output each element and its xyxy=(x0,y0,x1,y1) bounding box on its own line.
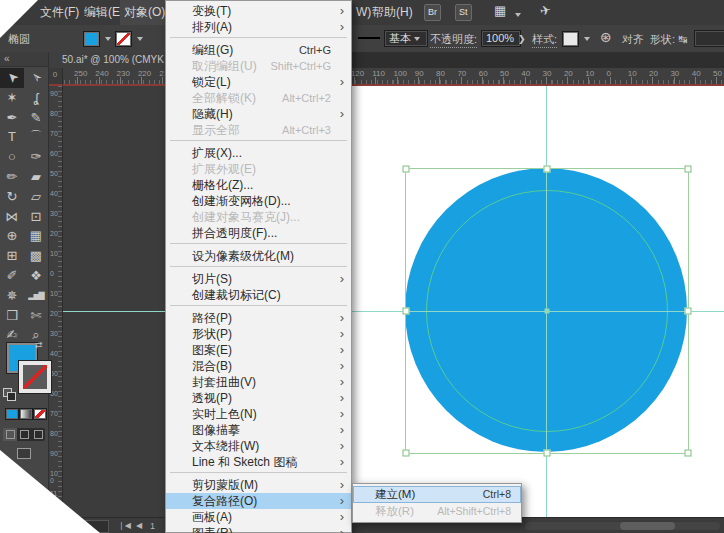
selection-bounding-box[interactable] xyxy=(405,168,689,454)
gradient-tool[interactable]: ▩ xyxy=(24,246,48,266)
style-swatch[interactable] xyxy=(562,31,579,47)
opacity-label[interactable]: 不透明度: xyxy=(430,31,477,48)
selection-center-point[interactable] xyxy=(545,309,550,314)
handle-bottom-middle[interactable] xyxy=(544,450,551,457)
none-mode-button[interactable] xyxy=(33,408,47,420)
ellipse-tool[interactable]: ○ xyxy=(0,147,24,167)
draw-normal-button[interactable] xyxy=(3,428,17,441)
menu-item[interactable]: 拼合透明度(F)... xyxy=(166,225,351,241)
shape-builder-tool[interactable]: ⊕ xyxy=(0,226,24,246)
magic-wand-tool[interactable]: ✶ xyxy=(0,88,24,108)
menu-item[interactable]: 路径(P)› xyxy=(166,310,351,326)
menu-object[interactable]: 对象(O) xyxy=(120,0,169,25)
draw-behind-button[interactable] xyxy=(17,428,31,441)
ruler-origin[interactable]: 0 xyxy=(48,68,63,86)
workspace-switcher-icon[interactable]: ▦ xyxy=(494,3,506,18)
handle-middle-left[interactable] xyxy=(403,308,410,315)
slice-tool[interactable]: ✄ xyxy=(24,306,48,326)
shape-mode-icon[interactable]: ↹ xyxy=(678,31,687,47)
shape-input[interactable] xyxy=(694,30,724,47)
style-label[interactable]: 样式: xyxy=(532,31,557,48)
stroke-color-swatch[interactable] xyxy=(115,31,132,47)
brush-definition-dropdown[interactable]: 基本 xyxy=(384,30,428,47)
direct-selection-tool[interactable]: ➢ xyxy=(24,68,48,88)
fill-caret-icon[interactable] xyxy=(105,37,111,41)
rotate-tool[interactable]: ↻ xyxy=(0,187,24,207)
scale-tool[interactable]: ▱ xyxy=(24,187,48,207)
menu-item[interactable]: 设为像素级优化(M) xyxy=(166,248,351,264)
stock-button[interactable]: St xyxy=(455,4,472,21)
ruler-horizontal[interactable]: 2502402302202102001901801701601501401301… xyxy=(48,68,724,86)
menu-item[interactable]: Line 和 Sketch 图稿› xyxy=(166,454,351,470)
menu-item[interactable]: 锁定(L)› xyxy=(166,74,351,90)
menu-item[interactable]: 编组(G)Ctrl+G xyxy=(166,42,351,58)
opacity-value-field[interactable]: 100% xyxy=(481,30,521,47)
menu-item[interactable]: 文本绕排(W)› xyxy=(166,438,351,454)
curvature-tool[interactable]: ✎ xyxy=(24,108,48,128)
prev-artboard-icon[interactable]: ◀ xyxy=(136,520,142,532)
recolor-artwork-icon[interactable]: ⊛ xyxy=(600,29,612,45)
menu-item[interactable]: 实时上色(N)› xyxy=(166,406,351,422)
symbol-sprayer-tool[interactable]: ✵ xyxy=(0,286,24,306)
workspace-caret-icon[interactable] xyxy=(515,13,521,17)
horizontal-scrollbar[interactable] xyxy=(525,522,720,530)
stroke-caret-icon[interactable] xyxy=(137,37,143,41)
blend-tool[interactable]: ❖ xyxy=(24,266,48,286)
menu-item[interactable]: 封套扭曲(V)› xyxy=(166,374,351,390)
menu-item[interactable]: 图案(E)› xyxy=(166,342,351,358)
handle-top-middle[interactable] xyxy=(544,166,551,173)
default-fill-stroke-icon[interactable] xyxy=(3,388,12,397)
width-tool[interactable]: ⋈ xyxy=(0,207,24,227)
swap-fill-stroke-icon[interactable]: ⇄ xyxy=(35,340,43,350)
menu-item[interactable]: 混合(B)› xyxy=(166,358,351,374)
menu-item[interactable]: 创建渐变网格(D)... xyxy=(166,193,351,209)
menu-item[interactable]: 剪切蒙版(M)› xyxy=(166,477,351,493)
stroke-swatch[interactable] xyxy=(19,361,51,393)
menu-item[interactable]: 创建裁切标记(C) xyxy=(166,287,351,303)
bridge-button[interactable]: Br xyxy=(424,4,441,21)
menu-item[interactable]: 排列(A)› xyxy=(166,19,351,35)
style-caret-icon[interactable] xyxy=(584,37,590,41)
artboard-tool[interactable]: ❒ xyxy=(0,306,24,326)
perspective-grid-tool[interactable]: ▦ xyxy=(24,226,48,246)
fill-color-swatch[interactable] xyxy=(83,31,100,47)
stroke-profile-preview[interactable] xyxy=(358,31,380,45)
pencil-tool[interactable]: ✏ xyxy=(0,167,24,187)
handle-top-left[interactable] xyxy=(403,166,410,173)
menu-item[interactable]: 栅格化(Z)... xyxy=(166,177,351,193)
menu-item[interactable]: 图像描摹› xyxy=(166,422,351,438)
submenu-item[interactable]: 建立(M)Ctrl+8 xyxy=(353,486,521,503)
handle-top-right[interactable] xyxy=(685,166,692,173)
handle-middle-right[interactable] xyxy=(685,308,692,315)
handle-bottom-left[interactable] xyxy=(403,450,410,457)
menu-help[interactable]: 帮助(H) xyxy=(368,0,417,25)
scrollbar-thumb[interactable] xyxy=(620,522,675,530)
gradient-mode-button[interactable] xyxy=(19,408,33,420)
align-button[interactable]: 对齐 xyxy=(622,31,644,47)
graph-tool[interactable]: ▂▅▇ xyxy=(24,286,48,306)
selection-tool[interactable]: ➤ xyxy=(0,68,24,88)
handle-bottom-right[interactable] xyxy=(685,450,692,457)
menu-file[interactable]: 文件(F) xyxy=(36,0,83,25)
menu-item[interactable]: 扩展(X)... xyxy=(166,145,351,161)
eraser-tool[interactable]: ▰ xyxy=(24,167,48,187)
color-mode-button[interactable] xyxy=(5,408,19,420)
document-tab[interactable]: 50.ai* @ 100% (CMYK xyxy=(48,52,179,68)
menu-item[interactable]: 画板(A)› xyxy=(166,509,351,525)
collapse-panel-icon[interactable]: « xyxy=(4,53,10,64)
rocket-icon[interactable]: ✈ xyxy=(539,2,553,19)
menu-item[interactable]: 图表(R)› xyxy=(166,525,351,533)
eyedropper-tool[interactable]: ✐ xyxy=(0,266,24,286)
menu-item[interactable]: 隐藏(H)› xyxy=(166,106,351,122)
lasso-tool[interactable]: ʆ xyxy=(24,88,48,108)
first-artboard-icon[interactable]: ❘◀ xyxy=(118,520,131,532)
type-tool[interactable]: T xyxy=(0,127,24,147)
canvas-pasteboard[interactable] xyxy=(62,86,724,517)
menu-item[interactable]: 变换(T)› xyxy=(166,3,351,19)
opacity-more-icon[interactable]: ❯ xyxy=(518,31,526,47)
arc-tool[interactable]: ⌒ xyxy=(24,127,48,147)
menu-item[interactable]: 透视(P)› xyxy=(166,390,351,406)
pen-tool[interactable]: ✒ xyxy=(0,108,24,128)
menu-item[interactable]: 复合路径(O)› xyxy=(166,493,351,509)
mesh-tool[interactable]: ⊞ xyxy=(0,246,24,266)
